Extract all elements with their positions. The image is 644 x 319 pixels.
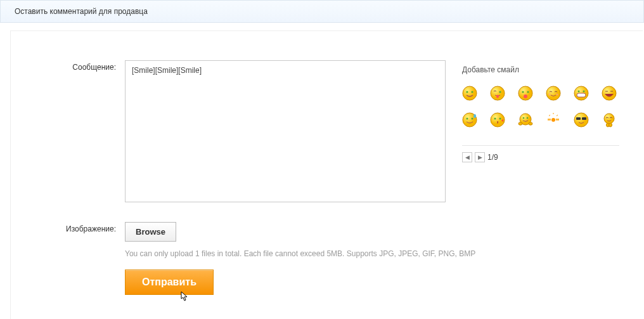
svg-point-11 [549, 94, 551, 96]
svg-point-24 [499, 118, 501, 120]
svg-point-4 [499, 91, 501, 93]
sweat-smile-icon[interactable] [462, 112, 477, 127]
image-label: Изображение: [58, 222, 125, 233]
hug-icon[interactable] [518, 112, 533, 127]
svg-point-29 [529, 122, 532, 125]
tongue-wink-icon[interactable] [490, 86, 505, 101]
form-container: Сообщение: Добавьте смайл [10, 30, 643, 319]
svg-point-3 [491, 86, 505, 100]
message-row: Сообщение: Добавьте смайл [58, 60, 643, 204]
page-title: Оставить комментарий для продавца [15, 7, 148, 16]
message-textarea[interactable] [125, 60, 446, 202]
pager-next-button[interactable]: ▶ [475, 152, 485, 162]
image-row: Изображение: Browse You can only upload … [58, 222, 643, 306]
svg-point-32 [551, 118, 555, 122]
smile-icon[interactable] [462, 86, 477, 101]
svg-point-12 [557, 94, 558, 96]
svg-point-9 [524, 94, 527, 98]
svg-point-2 [471, 91, 473, 93]
kiss-icon[interactable] [490, 112, 505, 127]
cool-icon[interactable] [574, 112, 589, 127]
svg-rect-14 [577, 93, 586, 97]
message-field [125, 60, 446, 204]
pray-icon[interactable] [602, 112, 617, 127]
svg-point-8 [527, 91, 529, 93]
grin-wide-icon[interactable] [574, 86, 589, 101]
svg-point-7 [522, 91, 524, 93]
svg-point-19 [467, 118, 468, 120]
pager-prev-button[interactable]: ◀ [462, 152, 472, 162]
submit-button[interactable]: Отправить [125, 270, 214, 295]
svg-point-36 [604, 114, 614, 124]
svg-point-0 [463, 86, 477, 100]
emoji-grid [462, 86, 619, 127]
svg-rect-34 [576, 117, 581, 120]
emoji-panel: Добавьте смайл ◀ ▶ 1/9 [462, 60, 619, 162]
svg-point-21 [473, 114, 476, 118]
svg-point-15 [578, 91, 580, 93]
pager-text: 1/9 [487, 153, 498, 162]
svg-point-23 [494, 118, 496, 120]
image-field: Browse You can only upload 1 files in to… [125, 222, 475, 306]
message-label: Сообщение: [58, 60, 125, 72]
svg-point-10 [546, 86, 560, 100]
emoji-panel-title: Добавьте смайл [462, 65, 619, 74]
divider [462, 145, 619, 146]
svg-point-20 [472, 118, 473, 120]
svg-point-17 [602, 86, 616, 100]
confetti-icon[interactable] [546, 112, 561, 127]
svg-point-28 [518, 122, 522, 125]
page-header: Оставить комментарий для продавца [0, 0, 644, 23]
svg-point-38 [609, 123, 612, 127]
svg-rect-30 [548, 119, 551, 120]
svg-rect-31 [556, 119, 559, 120]
svg-point-1 [466, 91, 468, 93]
upload-hint: You can only upload 1 files in total. Ea… [125, 249, 475, 258]
blush-icon[interactable] [546, 86, 561, 101]
svg-rect-35 [582, 117, 586, 120]
svg-point-26 [523, 117, 525, 119]
emoji-pager: ◀ ▶ 1/9 [462, 152, 619, 162]
svg-point-16 [583, 91, 585, 93]
svg-point-5 [496, 95, 499, 98]
browse-button[interactable]: Browse [125, 222, 176, 242]
svg-point-33 [574, 113, 588, 127]
svg-point-27 [527, 117, 529, 119]
laugh-icon[interactable] [602, 86, 617, 101]
tongue-icon[interactable] [518, 86, 533, 101]
